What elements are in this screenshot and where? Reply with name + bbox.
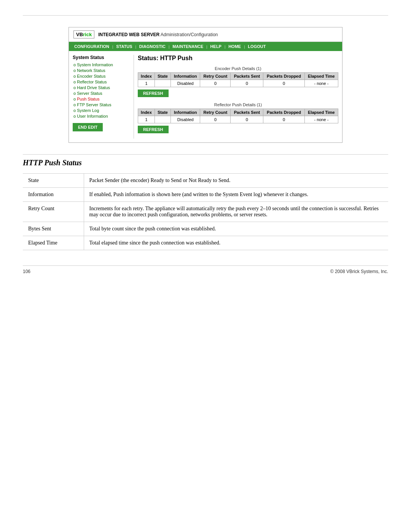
end-edit-button[interactable]: END EDIT [73,123,103,131]
table-row: 1 Disabled 0 0 0 - none - [138,116,338,123]
def-row-state: State Packet Sender (the encoder) Ready … [23,174,388,188]
col-index-ref: Index [138,109,155,116]
iws-title: INTEGRATED WEB SERVER Administration/Con… [98,32,218,37]
iws-header: VBrick INTEGRATED WEB SERVER Administrat… [69,27,342,42]
page-number: 106 [23,269,30,274]
col-packets-sent-ref: Packets Sent [231,109,263,116]
definitions-table: State Packet Sender (the encoder) Ready … [23,173,388,250]
sidebar-item-system-log[interactable]: System Log [73,108,130,113]
sidebar-item-server-status[interactable]: Server Status [73,91,130,96]
def-term-elapsed-time: Elapsed Time [23,236,84,250]
col-state-enc: State [155,73,170,80]
page-title-section: HTTP Push Status State Packet Sender (th… [23,154,388,250]
nav-maintenance[interactable]: MAINTENANCE [170,43,206,50]
encoder-push-table: Index State Information Retry Count Pack… [138,72,338,87]
row-retry-count: 0 [200,116,231,123]
row-information: Disabled [171,116,200,123]
def-desc-information: If enabled, Push information is shown he… [84,188,388,202]
def-row-retry-count: Retry Count Increments for each retry. T… [23,202,388,222]
sidebar-item-encoder-status[interactable]: Encoder Status [73,74,130,78]
row-state [155,116,170,123]
col-state-ref: State [155,109,170,116]
def-desc-state: Packet Sender (the encoder) Ready to Sen… [84,174,388,188]
row-elapsed-time: - none - [304,80,338,87]
row-index: 1 [138,80,155,87]
col-info-ref: Information [171,109,200,116]
copyright: © 2008 VBrick Systems, Inc. [330,269,388,274]
sidebar-item-system-info[interactable]: System Information [73,62,130,67]
sidebar-item-hard-drive-status[interactable]: Hard Drive Status [73,85,130,90]
def-row-elapsed-time: Elapsed Time Total elapsed time since th… [23,236,388,250]
col-retry-ref: Retry Count [200,109,231,116]
reflector-push-table: Index State Information Retry Count Pack… [138,109,338,123]
row-information: Disabled [171,80,200,87]
row-elapsed-time: - none - [304,116,338,123]
nav-help[interactable]: HELP [208,43,224,50]
nav-diagnostic[interactable]: DIAGNOSTIC [137,43,168,50]
row-packets-dropped: 0 [263,80,304,87]
encoder-refresh-button[interactable]: REFRESH [138,89,169,97]
nav-home[interactable]: HOME [226,43,243,50]
def-term-state: State [23,174,84,188]
right-panel: Status: HTTP Push Encoder Push Details (… [134,55,338,139]
vbrick-logo: VBrick [73,30,94,38]
panel-title: Status: HTTP Push [138,55,338,62]
top-rule [23,15,388,16]
sidebar-item-ftp-server-status[interactable]: FTP Server Status [73,102,130,107]
col-elapsed-ref: Elapsed Time [304,109,338,116]
row-retry-count: 0 [200,80,231,87]
col-elapsed-enc: Elapsed Time [304,73,338,80]
table-row: 1 Disabled 0 0 0 - none - [138,80,338,87]
row-packets-dropped: 0 [263,116,304,123]
reflector-refresh-button[interactable]: REFRESH [138,126,169,133]
def-desc-elapsed-time: Total elapsed time since the push connec… [84,236,388,250]
sidebar-item-user-information[interactable]: User Information [73,114,130,118]
browser-frame: VBrick INTEGRATED WEB SERVER Administrat… [68,27,342,143]
col-retry-enc: Retry Count [200,73,231,80]
def-term-bytes-sent: Bytes Sent [23,222,84,236]
row-packets-sent: 0 [231,80,263,87]
reflector-section-header: Reflector Push Details (1) [138,102,338,107]
row-state [155,80,170,87]
sidebar-title: System Status [73,55,130,60]
nav-configuration[interactable]: CONFIGURATION [72,43,112,50]
row-packets-sent: 0 [231,116,263,123]
encoder-section-header: Encoder Push Details (1) [138,66,338,71]
page-footer: 106 © 2008 VBrick Systems, Inc. [23,265,388,274]
sidebar-item-push-status[interactable]: Push Status [73,97,130,101]
col-index-enc: Index [138,73,155,80]
sidebar-item-reflector-status[interactable]: Reflector Status [73,80,130,84]
reflector-push-section: Reflector Push Details (1) Index State I… [138,102,338,133]
def-term-information: Information [23,188,84,202]
row-index: 1 [138,116,155,123]
sidebar-item-network-status[interactable]: Network Status [73,68,130,73]
encoder-push-section: Encoder Push Details (1) Index State Inf… [138,66,338,97]
col-packets-sent-enc: Packets Sent [231,73,263,80]
nav-bar: CONFIGURATION | STATUS | DIAGNOSTIC | MA… [69,42,342,51]
nav-logout[interactable]: LOGOUT [245,43,268,50]
def-row-information: Information If enabled, Push information… [23,188,388,202]
def-desc-retry-count: Increments for each retry. The appliance… [84,202,388,222]
col-packets-dropped-enc: Packets Dropped [263,73,304,80]
def-row-bytes-sent: Bytes Sent Total byte count since the pu… [23,222,388,236]
def-desc-bytes-sent: Total byte count since the push connecti… [84,222,388,236]
def-term-retry-count: Retry Count [23,202,84,222]
col-packets-dropped-ref: Packets Dropped [263,109,304,116]
main-content: System Status System Information Network… [69,51,342,142]
nav-status[interactable]: STATUS [114,43,134,50]
page-main-title: HTTP Push Status [23,158,388,167]
sidebar: System Status System Information Network… [73,55,134,139]
col-info-enc: Information [171,73,200,80]
